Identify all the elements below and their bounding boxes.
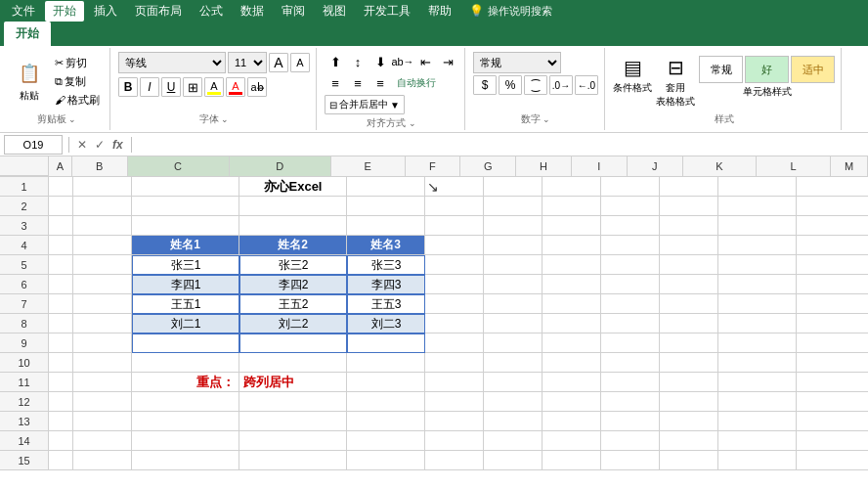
cell-e9[interactable] (347, 333, 425, 353)
cell-e2[interactable] (347, 197, 425, 216)
format-painter-button[interactable]: 🖌 格式刷 (51, 91, 104, 109)
cell-h3[interactable] (542, 216, 601, 236)
cell-g10[interactable] (484, 353, 542, 373)
cell-f15[interactable] (425, 451, 484, 470)
cell-b8[interactable] (73, 314, 132, 333)
row-header-1[interactable]: 1 (0, 177, 49, 197)
cell-k7[interactable] (718, 294, 797, 314)
cell-h7[interactable] (542, 294, 601, 314)
cell-j4[interactable] (660, 236, 718, 255)
cell-l6[interactable] (797, 275, 868, 294)
col-header-m[interactable]: M (831, 156, 868, 176)
cell-k4[interactable] (718, 236, 797, 255)
cell-f1[interactable]: ↘ (425, 177, 484, 197)
cell-j12[interactable] (660, 392, 718, 412)
cell-d5[interactable]: 张三2 (239, 255, 347, 275)
cell-l2[interactable] (797, 197, 868, 216)
cell-k6[interactable] (718, 275, 797, 294)
menu-formula[interactable]: 公式 (192, 1, 231, 22)
cell-d14[interactable] (239, 431, 347, 451)
row-header-5[interactable]: 5 (0, 255, 49, 275)
row-header-11[interactable]: 11 (0, 373, 49, 392)
row-header-9[interactable]: 9 (0, 333, 49, 353)
cell-a13[interactable] (49, 412, 73, 431)
cell-e6[interactable]: 李四3 (347, 275, 425, 294)
cell-c5[interactable]: 张三1 (132, 255, 239, 275)
cell-d7[interactable]: 王五2 (239, 294, 347, 314)
cell-a14[interactable] (49, 431, 73, 451)
row-header-3[interactable]: 3 (0, 216, 49, 236)
cell-b9[interactable] (73, 333, 132, 353)
row-header-6[interactable]: 6 (0, 275, 49, 294)
cell-d9[interactable] (239, 333, 347, 353)
cell-h9[interactable] (542, 333, 601, 353)
merge-center-button[interactable]: ⊟ 合并后居中 ▼ (325, 95, 405, 114)
cell-l10[interactable] (797, 353, 868, 373)
align-left-button[interactable]: ≡ (325, 73, 346, 93)
cell-h4[interactable] (542, 236, 601, 255)
cell-e1[interactable] (347, 177, 425, 197)
row-header-7[interactable]: 7 (0, 294, 49, 314)
cell-a1[interactable] (49, 177, 73, 197)
cell-a4[interactable] (49, 236, 73, 255)
preview-neutral2[interactable]: 适中 (791, 56, 835, 83)
cell-d10[interactable] (239, 353, 347, 373)
cell-b7[interactable] (73, 294, 132, 314)
cell-f2[interactable] (425, 197, 484, 216)
cell-f10[interactable] (425, 353, 484, 373)
cell-g13[interactable] (484, 412, 542, 431)
cell-i9[interactable] (601, 333, 660, 353)
cell-l9[interactable] (797, 333, 868, 353)
formula-input[interactable] (138, 135, 864, 155)
cell-d13[interactable] (239, 412, 347, 431)
cell-h11[interactable] (542, 373, 601, 392)
underline-button[interactable]: U (161, 77, 181, 97)
cell-i1[interactable] (601, 177, 660, 197)
cell-f13[interactable] (425, 412, 484, 431)
cell-l5[interactable] (797, 255, 868, 275)
cell-i14[interactable] (601, 431, 660, 451)
cell-l1[interactable] (797, 177, 868, 197)
cell-d12[interactable] (239, 392, 347, 412)
font-name-select[interactable]: 等线 (118, 52, 226, 73)
cell-b14[interactable] (73, 431, 132, 451)
cell-k5[interactable] (718, 255, 797, 275)
cell-c10[interactable] (132, 353, 239, 373)
cell-i7[interactable] (601, 294, 660, 314)
cell-g4[interactable] (484, 236, 542, 255)
menu-dev[interactable]: 开发工具 (356, 1, 418, 22)
decrease-font-button[interactable]: A (290, 53, 310, 72)
cell-g5[interactable] (484, 255, 542, 275)
cell-h14[interactable] (542, 431, 601, 451)
cell-k12[interactable] (718, 392, 797, 412)
cell-d15[interactable] (239, 451, 347, 470)
cell-b5[interactable] (73, 255, 132, 275)
cell-k15[interactable] (718, 451, 797, 470)
col-header-g[interactable]: G (460, 156, 516, 176)
cell-d4[interactable]: 姓名2 (239, 236, 347, 255)
cell-g7[interactable] (484, 294, 542, 314)
col-header-h[interactable]: H (516, 156, 572, 176)
col-header-e[interactable]: E (331, 156, 406, 176)
cell-d6[interactable]: 李四2 (239, 275, 347, 294)
cell-e4[interactable]: 姓名3 (347, 236, 425, 255)
cell-a2[interactable] (49, 197, 73, 216)
cell-f14[interactable] (425, 431, 484, 451)
cell-j5[interactable] (660, 255, 718, 275)
conditional-format-icon[interactable]: ▤ (624, 56, 642, 79)
col-header-f[interactable]: F (406, 156, 461, 176)
cell-f6[interactable] (425, 275, 484, 294)
cell-h10[interactable] (542, 353, 601, 373)
cell-g3[interactable] (484, 216, 542, 236)
bold-button[interactable]: B (118, 77, 138, 97)
col-header-j[interactable]: J (628, 156, 683, 176)
decrease-decimal-button[interactable]: ←.0 (575, 75, 598, 95)
cell-e5[interactable]: 张三3 (347, 255, 425, 275)
cell-l7[interactable] (797, 294, 868, 314)
cell-c11[interactable]: 重点： (132, 373, 239, 392)
cell-k10[interactable] (718, 353, 797, 373)
cell-c3[interactable] (132, 216, 239, 236)
cell-h15[interactable] (542, 451, 601, 470)
cell-k1[interactable] (718, 177, 797, 197)
cell-g12[interactable] (484, 392, 542, 412)
